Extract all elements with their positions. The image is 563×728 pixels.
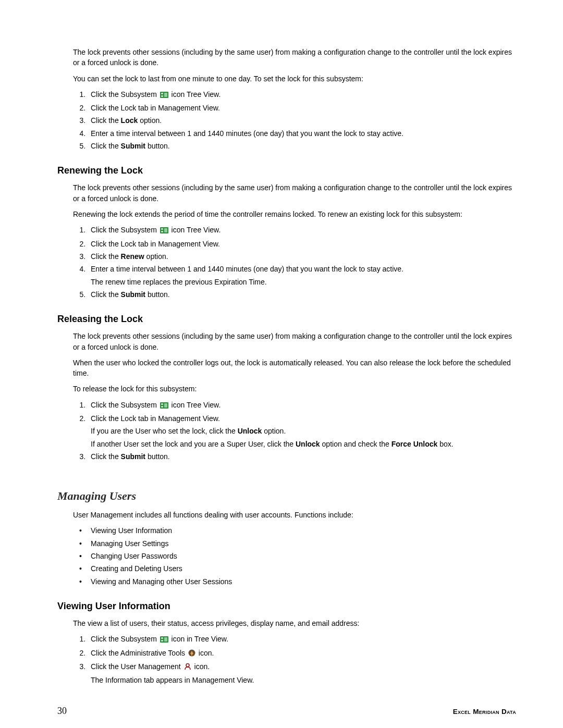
step-text: Click the Lock tab in Management View. — [91, 414, 220, 423]
step-text: Click the Subsystem — [91, 635, 159, 643]
footer-brand: Excel Meridian Data — [453, 707, 516, 717]
step-text: Click the Administrative Tools — [91, 649, 187, 657]
step-text: button. — [145, 452, 170, 461]
page-number: 30 — [57, 704, 67, 718]
bold-option: Renew — [121, 252, 144, 261]
list-item: Click the Lock option. — [88, 115, 516, 126]
intro-paragraph-1: The lock prevents other sessions (includ… — [73, 47, 516, 68]
list-item: Click the Submit button. — [88, 451, 516, 462]
release-paragraph-2: When the user who locked the controller … — [73, 357, 516, 379]
bold-option: Submit — [121, 290, 145, 299]
subsystem-icon — [160, 226, 168, 236]
list-item: Click the Lock tab in Management View. I… — [88, 413, 516, 449]
step-text: button. — [145, 290, 170, 299]
list-item: Click the Lock tab in Management View. — [88, 239, 516, 249]
bold-option: Lock — [121, 116, 138, 125]
list-item: Enter a time interval between 1 and 1440… — [88, 264, 516, 287]
list-item: Click the User Management icon. The Info… — [88, 661, 516, 686]
managing-paragraph: User Management includes all functions d… — [73, 510, 516, 520]
viewing-user-info-heading: Viewing User Information — [57, 599, 516, 613]
bold-option: Force Unlock — [391, 440, 438, 448]
renewing-lock-heading: Renewing the Lock — [57, 164, 516, 177]
list-item: Click the Submit button. — [88, 289, 516, 300]
viewing-paragraph: The view a list of users, their status, … — [73, 618, 516, 628]
step-note: If another User set the lock and you are… — [91, 439, 516, 449]
list-item: Viewing User Information — [88, 525, 516, 536]
subsystem-icon — [160, 90, 168, 101]
step-text: Click the Subsystem — [91, 401, 159, 409]
admin-tools-icon — [188, 649, 195, 659]
step-text: icon in Tree View. — [169, 635, 228, 643]
subsystem-icon — [160, 401, 168, 411]
renew-steps-list: Click the Subsystem icon Tree View. Clic… — [73, 225, 516, 300]
step-text: Click the — [91, 252, 121, 261]
step-note: If you are the User who set the lock, cl… — [91, 426, 516, 436]
managing-users-heading: Managing Users — [57, 488, 516, 504]
list-item: Creating and Deleting Users — [88, 563, 516, 574]
note-text: option. — [262, 427, 286, 435]
list-item: Click the Subsystem icon Tree View. — [88, 89, 516, 101]
renew-paragraph-1: The lock prevents other sessions (includ… — [73, 182, 516, 204]
step-text: icon Tree View. — [169, 401, 221, 409]
step-text: icon. — [192, 662, 210, 671]
bold-option: Submit — [121, 452, 145, 461]
releasing-lock-heading: Releasing the Lock — [57, 312, 516, 326]
release-steps-list: Click the Subsystem icon Tree View. Clic… — [73, 400, 516, 462]
list-item: Click the Subsystem icon in Tree View. — [88, 634, 516, 645]
step-note: The Information tab appears in Managemen… — [91, 675, 516, 685]
subsystem-icon — [160, 635, 168, 645]
list-item: Enter a time interval between 1 and 1440… — [88, 128, 516, 139]
step-text: Click the Subsystem — [91, 226, 159, 234]
bold-option: Submit — [121, 142, 145, 150]
list-item: Click the Lock tab in Management View. — [88, 103, 516, 113]
step-text: button. — [145, 142, 170, 150]
step-text: icon Tree View. — [169, 226, 221, 234]
step-text: option. — [138, 116, 162, 125]
step-text: option. — [144, 252, 168, 261]
step-text: Enter a time interval between 1 and 1440… — [91, 265, 403, 273]
list-item: Changing User Passwords — [88, 551, 516, 561]
note-text: If you are the User who set the lock, cl… — [91, 427, 238, 435]
list-item: Click the Subsystem icon Tree View. — [88, 400, 516, 411]
page-footer: 30 Excel Meridian Data — [57, 704, 516, 718]
note-text: If another User set the lock and you are… — [91, 440, 296, 448]
step-text: Click the — [91, 116, 121, 125]
list-item: Click the Submit button. — [88, 141, 516, 151]
step-text: Click the — [91, 142, 121, 150]
step-note: The renew time replaces the previous Exp… — [91, 277, 516, 287]
managing-bullets: Viewing User Information Managing User S… — [73, 525, 516, 586]
renew-paragraph-2: Renewing the lock extends the period of … — [73, 209, 516, 219]
user-icon — [184, 662, 191, 673]
step-text: Click the User Management — [91, 662, 183, 671]
intro-steps-list: Click the Subsystem icon Tree View. Clic… — [73, 89, 516, 151]
list-item: Managing User Settings — [88, 538, 516, 549]
step-text: icon Tree View. — [169, 90, 221, 98]
note-text: option and check the — [320, 440, 391, 448]
release-paragraph-1: The lock prevents other sessions (includ… — [73, 331, 516, 352]
note-text: box. — [437, 440, 453, 448]
list-item: Viewing and Managing other User Sessions — [88, 576, 516, 587]
intro-paragraph-2: You can set the lock to last from one mi… — [73, 73, 516, 84]
list-item: Click the Subsystem icon Tree View. — [88, 225, 516, 236]
viewing-steps-list: Click the Subsystem icon in Tree View. C… — [73, 634, 516, 685]
list-item: Click the Administrative Tools icon. — [88, 648, 516, 659]
step-text: Click the — [91, 452, 121, 461]
step-text: Click the Subsystem — [91, 90, 159, 98]
list-item: Click the Renew option. — [88, 251, 516, 262]
release-paragraph-3: To release the lock for this subsystem: — [73, 384, 516, 394]
step-text: Click the — [91, 290, 121, 299]
bold-option: Unlock — [238, 427, 262, 435]
bold-option: Unlock — [296, 440, 320, 448]
step-text: icon. — [197, 649, 214, 657]
